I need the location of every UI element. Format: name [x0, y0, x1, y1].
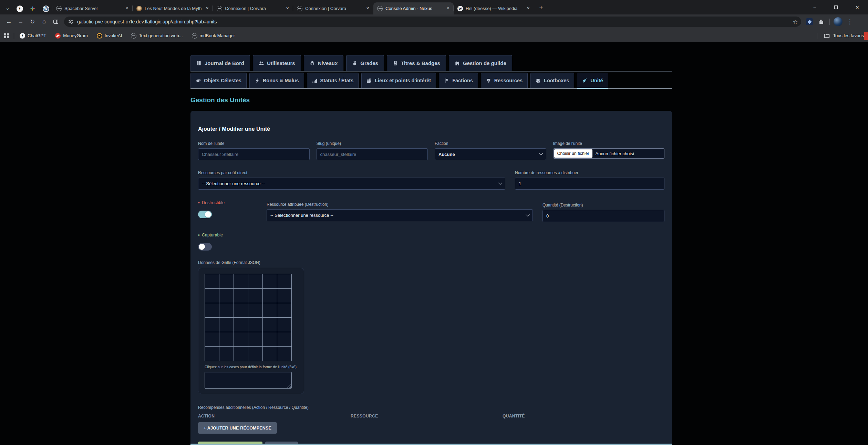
grid-cell[interactable] [219, 289, 234, 303]
home-button[interactable]: ⌂ [39, 16, 50, 27]
grid-cell[interactable] [277, 289, 291, 303]
grid-cell[interactable] [248, 303, 262, 317]
pinned-tab-chatgpt[interactable]: ✶ [13, 3, 26, 14]
grid-cell[interactable] [263, 318, 277, 332]
grid-cell[interactable] [263, 289, 277, 303]
close-tab-icon[interactable]: ✕ [365, 6, 371, 11]
grid-cell[interactable] [205, 318, 219, 332]
grid-cell[interactable] [219, 274, 234, 288]
grid-cell[interactable] [205, 303, 219, 317]
grid-json-textarea[interactable] [205, 372, 292, 389]
tab-statuts-etats[interactable]: Statuts / États [307, 73, 359, 88]
url-text[interactable]: galactic-pve-conquest-c7fe.dev.flatlogic… [77, 19, 789, 24]
grid-cell[interactable] [205, 347, 219, 361]
close-tab-icon[interactable]: ✕ [525, 6, 531, 11]
cost-resource-select[interactable]: -- Sélectionner une ressource -- [198, 178, 505, 190]
tab-bonus-malus[interactable]: Bonus & Malus [249, 73, 304, 88]
close-tab-icon[interactable]: ✕ [204, 6, 210, 11]
all-bookmarks-button[interactable]: Tous les favoris [817, 33, 864, 39]
grid-cell[interactable] [234, 274, 248, 288]
close-tab-icon[interactable]: ✕ [445, 6, 451, 11]
nav-utilisateurs[interactable]: Utilisateurs [253, 55, 301, 71]
grid-cell[interactable] [263, 347, 277, 361]
bookmark-item[interactable]: MoneyGram [55, 33, 88, 39]
distribute-input[interactable] [515, 178, 664, 190]
close-tab-icon[interactable]: ✕ [124, 6, 130, 11]
pinned-tab-gemini[interactable] [26, 3, 39, 14]
grid-cell[interactable] [277, 274, 291, 288]
grid-cell[interactable] [234, 318, 248, 332]
reload-button[interactable]: ↻ [27, 16, 38, 27]
file-input[interactable]: Choisir un fichier Aucun fichier choisi [553, 148, 665, 159]
grid-cell[interactable] [248, 274, 262, 288]
extensions-button[interactable] [816, 16, 827, 27]
browser-tab[interactable]: Connexion | Corvara ✕ [293, 2, 373, 14]
nav-gestion-de-guilde[interactable]: Gestion de guilde [449, 55, 512, 71]
browser-menu-button[interactable]: ⋮ [844, 16, 855, 27]
browser-tab[interactable]: W Hel (déesse) — Wikipédia ✕ [454, 2, 534, 14]
grid-cell[interactable] [234, 332, 248, 346]
unit-name-input[interactable] [198, 148, 310, 160]
new-tab-button[interactable]: + [536, 3, 546, 13]
bookmark-item[interactable]: Text generation web... [131, 33, 183, 39]
grid-cell[interactable] [219, 318, 234, 332]
grid-cell[interactable] [248, 332, 262, 346]
maximize-button[interactable] [825, 0, 847, 14]
bookmark-item[interactable]: mdBook Manager [192, 33, 235, 39]
browser-tab[interactable]: Spacebar Server ✕ [52, 2, 133, 14]
choose-file-button[interactable]: Choisir un fichier [554, 149, 592, 158]
tab-lootboxes[interactable]: Lootboxes [530, 73, 574, 88]
profile-button[interactable] [833, 16, 844, 27]
grid-cell[interactable] [234, 289, 248, 303]
browser-tab[interactable]: Les Neuf Mondes de la Mythol ✕ [133, 2, 213, 14]
browser-tab-active[interactable]: Console Admin - Nexus ✕ [373, 2, 454, 14]
grid-cell[interactable] [248, 289, 262, 303]
destruction-resource-select[interactable]: -- Sélectionner une ressource -- [267, 209, 533, 221]
grid-cell[interactable] [205, 274, 219, 288]
nav-grades[interactable]: Grades [346, 55, 384, 71]
grid-cell[interactable] [219, 303, 234, 317]
extension-shortcut-button[interactable] [804, 16, 815, 27]
tab-lieux-points-interet[interactable]: Lieux et points d'intérêt [361, 73, 436, 88]
side-panel-button[interactable] [50, 16, 61, 27]
tab-search-button[interactable]: ⌄ [2, 2, 13, 14]
forward-button[interactable]: → [15, 16, 26, 27]
bookmark-star-icon[interactable]: ☆ [793, 19, 798, 25]
grid-cell[interactable] [263, 332, 277, 346]
bookmark-item[interactable]: InvokeAI [97, 33, 122, 39]
grid-cell[interactable] [263, 303, 277, 317]
tab-unite-active[interactable]: Unité [577, 73, 608, 88]
close-window-button[interactable]: ✕ [847, 0, 868, 14]
pinned-tab-wordpress[interactable]: W [39, 3, 52, 14]
nav-niveaux[interactable]: Niveaux [304, 55, 344, 71]
grid-cell[interactable] [277, 347, 291, 361]
grid-cell[interactable] [205, 289, 219, 303]
close-tab-icon[interactable]: ✕ [285, 6, 290, 11]
back-button[interactable]: ← [3, 16, 14, 27]
capturable-toggle[interactable] [198, 243, 212, 251]
add-reward-button[interactable]: + Ajouter une récompense [198, 422, 277, 434]
grid-cell[interactable] [248, 318, 262, 332]
grid-cell[interactable] [248, 347, 262, 361]
grid-cell[interactable] [219, 347, 234, 361]
destruction-qty-input[interactable] [542, 210, 664, 222]
apps-button[interactable] [4, 33, 9, 38]
tab-ressources[interactable]: Ressources [481, 73, 528, 88]
faction-select[interactable]: Aucune [435, 148, 546, 160]
grid-cell[interactable] [234, 347, 248, 361]
tab-objets-celestes[interactable]: Objets Célestes [190, 73, 247, 88]
grid-cell[interactable] [277, 318, 291, 332]
browser-tab[interactable]: Connexion | Corvara ✕ [213, 2, 293, 14]
minimize-button[interactable]: – [804, 0, 825, 14]
address-bar[interactable]: galactic-pve-conquest-c7fe.dev.flatlogic… [64, 17, 801, 27]
grid-cell[interactable] [277, 332, 291, 346]
slug-input[interactable] [317, 148, 428, 160]
grid-cell[interactable] [277, 303, 291, 317]
destructible-toggle[interactable] [198, 211, 212, 218]
nav-titres-badges[interactable]: Titres & Badges [387, 55, 446, 71]
grid-cell[interactable] [234, 303, 248, 317]
grid-cell[interactable] [219, 332, 234, 346]
bookmark-item[interactable]: ✶ChatGPT [20, 33, 46, 39]
grid-cell[interactable] [205, 332, 219, 346]
grid-cell[interactable] [263, 274, 277, 288]
